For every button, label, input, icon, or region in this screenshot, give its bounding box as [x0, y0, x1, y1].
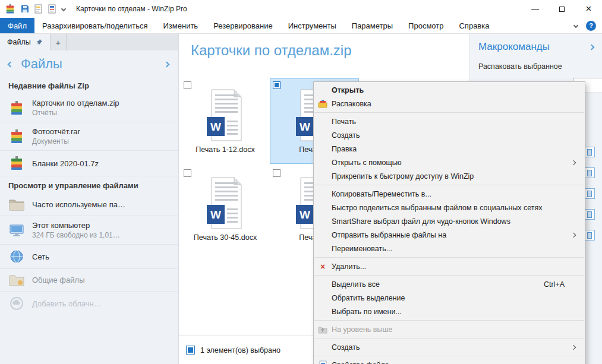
item-title: Этот компьютер	[32, 221, 120, 230]
selection-checkbox[interactable]	[186, 346, 195, 354]
menu-item-edit[interactable]: Правка	[314, 142, 585, 156]
back-chevron-icon[interactable]	[8, 61, 14, 67]
files-sidebar: Файлы Недавние файлы Zip Карточки по отд…	[0, 50, 178, 364]
item-title: Фотоотчёт.rar	[32, 127, 80, 136]
sidebar-item-add-cloud[interactable]: Добавить облачн…	[0, 292, 178, 315]
wizard-icon[interactable]	[48, 4, 57, 14]
menu-item-open[interactable]: Открыть	[314, 83, 585, 97]
menu-item-smartshare[interactable]: SmartShare выбрал файл для чудо-кнопок W…	[314, 214, 585, 228]
menu-item-unzip[interactable]: Распаковка	[314, 97, 585, 110]
network-icon	[8, 249, 25, 264]
menu-item-copy-move[interactable]: Копировать/Переместить в...	[314, 187, 585, 201]
file-management-heading: Просмотр и управление файлами	[0, 176, 178, 194]
window-title: Карточки по отделам - WinZip Pro	[76, 5, 187, 13]
quick-access-toolbar	[0, 4, 65, 14]
submenu-arrow-icon	[571, 344, 576, 349]
menu-item-create[interactable]: Создать	[314, 128, 585, 142]
computer-icon	[8, 224, 25, 237]
mini-doc-icon	[587, 170, 592, 176]
item-title: Сеть	[32, 252, 49, 261]
menu-separator	[314, 257, 584, 258]
ribbon-tab-view[interactable]: Просмотр	[401, 18, 451, 33]
file-tile[interactable]: W Печать 1-12.docx	[181, 79, 269, 163]
file-checkbox[interactable]	[184, 169, 191, 177]
delete-icon: ×	[314, 262, 332, 271]
file-checkbox[interactable]	[184, 81, 191, 89]
panel-expand-chevron-icon[interactable]	[589, 44, 595, 50]
menu-item-delete[interactable]: × Удалить...	[314, 259, 585, 273]
ribbon-tab-unzip-share[interactable]: Разархивировать/поделиться	[34, 18, 156, 33]
sidebar-item-blanki[interactable]: Бланки 2020-01.7z	[0, 151, 178, 176]
maximize-icon	[559, 7, 565, 12]
sidebar-item-network[interactable]: Сеть	[0, 245, 178, 269]
mini-doc-icon	[587, 191, 592, 197]
panel-file-checkbox[interactable]	[584, 188, 595, 199]
save-icon[interactable]	[20, 4, 30, 14]
ribbon-tab-file[interactable]: Файл	[0, 18, 34, 33]
ribbon-tab-backup[interactable]: Резервирование	[206, 18, 280, 33]
menu-item-open-with[interactable]: Открыть с помощью	[314, 156, 585, 169]
qat-dropdown-icon[interactable]	[61, 7, 66, 11]
menu-item-send-to[interactable]: Отправить выбранные файлы на	[314, 228, 585, 242]
tab-files[interactable]: Файлы	[0, 34, 51, 50]
sidebar-item-shared-files[interactable]: Общие файлы	[0, 269, 178, 292]
submenu-arrow-icon	[571, 232, 576, 237]
titlebar: Карточки по отделам - WinZip Pro — ×	[0, 0, 602, 18]
menu-separator	[314, 356, 584, 356]
menu-item-quick-share[interactable]: Быстро поделиться выбранным файлом в соц…	[314, 201, 585, 214]
sidebar-header: Файлы	[0, 50, 178, 77]
ribbon-tab-settings[interactable]: Параметры	[344, 18, 401, 33]
winzip-logo-icon	[5, 4, 15, 14]
panel-file-checkbox[interactable]	[584, 167, 595, 178]
menu-item-file-properties[interactable]: Свойства файла...	[314, 358, 585, 364]
menu-item-up-one-level[interactable]: На уровень выше	[314, 322, 585, 336]
svg-text:W: W	[210, 121, 221, 133]
new-tab-button[interactable]: +	[51, 34, 67, 50]
menu-separator	[314, 112, 584, 113]
menu-item-pin-quick-access[interactable]: Прикрепить к быстрому доступу в WinZip	[314, 169, 585, 183]
item-title: Добавить облачн…	[32, 299, 102, 308]
sidebar-item-kartochki[interactable]: Карточки по отделам.zip Отчёты	[0, 94, 178, 122]
file-checkbox[interactable]	[273, 169, 280, 177]
menu-item-new[interactable]: Создать	[314, 340, 585, 354]
menu-item-rename[interactable]: Переименовать...	[314, 242, 585, 255]
menu-item-invert-selection[interactable]: Обратить выделение	[314, 291, 585, 305]
menu-separator	[314, 275, 584, 276]
menu-separator	[314, 185, 584, 185]
forward-chevron-icon[interactable]	[164, 61, 170, 67]
folder-icon	[8, 198, 25, 211]
window-controls: — ×	[522, 0, 602, 18]
panel-file-checkbox[interactable]	[584, 147, 595, 157]
file-checkbox-checked[interactable]	[273, 81, 280, 89]
minimize-button[interactable]: —	[522, 0, 549, 18]
close-button[interactable]: ×	[575, 0, 602, 18]
word-doc-icon: W	[204, 88, 246, 144]
ribbon-tab-edit[interactable]: Изменить	[155, 18, 206, 33]
svg-text:W: W	[300, 121, 310, 133]
zip-file-icon	[8, 100, 25, 116]
ribbon-tab-help[interactable]: Справка	[451, 18, 497, 33]
ribbon-collapse-icon[interactable]	[573, 23, 578, 28]
sidebar-item-frequent-folders[interactable]: Часто используемые па…	[0, 194, 178, 216]
menu-item-select-all[interactable]: Выделить все Ctrl+A	[314, 277, 585, 291]
new-archive-icon[interactable]	[34, 4, 43, 14]
panel-file-checkbox[interactable]	[584, 230, 595, 240]
ribbon-right-controls: ?	[574, 18, 602, 33]
sidebar-item-this-pc[interactable]: Этот компьютер 324 ГБ свободно из 1,01…	[0, 216, 178, 245]
mini-doc-icon	[587, 149, 592, 156]
maximize-button[interactable]	[549, 0, 575, 18]
mini-doc-icon	[587, 232, 592, 239]
ribbon-tab-tools[interactable]: Инструменты	[280, 18, 344, 33]
7z-file-icon	[8, 156, 25, 171]
menu-separator	[314, 320, 584, 321]
menu-item-select-by-name[interactable]: Выбрать по имени...	[314, 305, 585, 318]
tab-files-label: Файлы	[7, 38, 31, 46]
help-icon[interactable]: ?	[586, 21, 596, 31]
panel-file-checkbox[interactable]	[584, 209, 595, 220]
sidebar-item-fotootchet[interactable]: Фотоотчёт.rar Документы	[0, 122, 178, 151]
file-tile[interactable]: W Печать 30-45.docx	[181, 167, 269, 251]
pin-icon[interactable]	[36, 39, 43, 46]
macros-panel-header: Макрокоманды	[470, 34, 602, 58]
file-properties-icon	[314, 360, 332, 364]
menu-item-print[interactable]: Печать	[314, 115, 585, 128]
